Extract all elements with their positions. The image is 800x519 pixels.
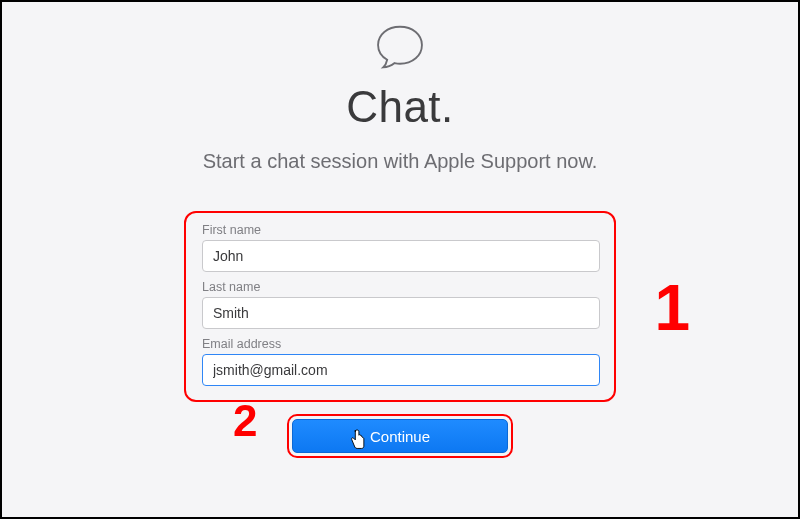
last-name-input[interactable] <box>202 297 600 329</box>
annotation-step-2: 2 <box>233 396 257 446</box>
contact-form: 1 First name Last name Email address <box>184 211 616 402</box>
continue-button-label: Continue <box>370 428 430 445</box>
continue-button[interactable]: Continue <box>292 419 508 453</box>
first-name-input[interactable] <box>202 240 600 272</box>
email-field-group: Email address <box>202 337 598 386</box>
first-name-label: First name <box>202 223 598 237</box>
last-name-field-group: Last name <box>202 280 598 329</box>
actions-row: 2 Continue <box>287 414 513 458</box>
first-name-field-group: First name <box>202 223 598 272</box>
continue-button-highlight: Continue <box>287 414 513 458</box>
chat-bubble-icon <box>371 18 429 76</box>
annotation-step-1: 1 <box>654 271 690 345</box>
chat-start-page: Chat. Start a chat session with Apple Su… <box>2 2 798 458</box>
page-title: Chat. <box>346 82 454 132</box>
page-subtitle: Start a chat session with Apple Support … <box>203 150 598 173</box>
email-label: Email address <box>202 337 598 351</box>
email-input[interactable] <box>202 354 600 386</box>
last-name-label: Last name <box>202 280 598 294</box>
